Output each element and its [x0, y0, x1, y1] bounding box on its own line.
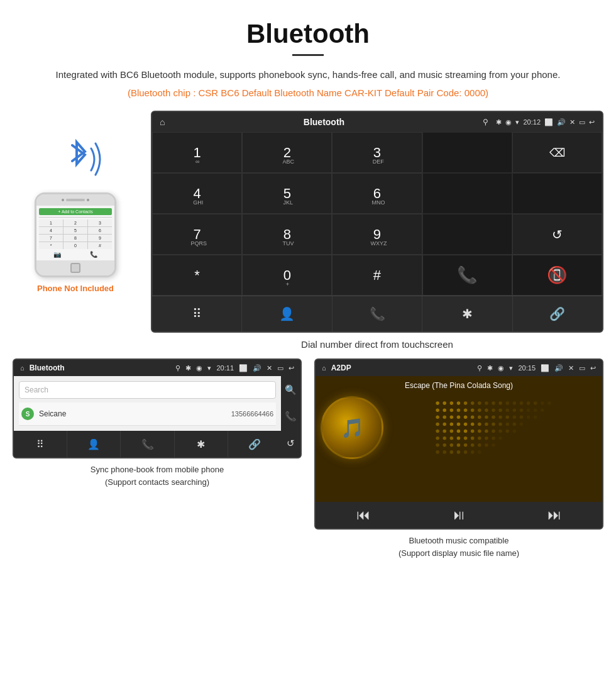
dial-key-5[interactable]: 5JKL	[242, 173, 332, 214]
svg-point-26	[498, 408, 502, 412]
toolbar-link[interactable]: 🔗	[513, 296, 602, 331]
phone-screen: + Add to Contacts 1 2 3 4 5 6 7 8 9 * 0 …	[36, 206, 114, 260]
contact-row[interactable]: S Seicane 13566664466	[19, 403, 276, 426]
dialpad-grid: 1∞ 2ABC 3DEF ⌫ 4GHI 5JKL 6MNO 7PQRS 8TUV…	[152, 132, 602, 296]
phone-call-icon: 📞	[90, 251, 97, 258]
svg-point-1	[443, 401, 446, 405]
bluetooth-waves-icon	[50, 136, 107, 183]
pb-call-icon[interactable]: 📞	[285, 411, 297, 422]
dial-key-0[interactable]: 0+	[242, 255, 332, 296]
phone-key-6: 6	[88, 227, 112, 234]
music-next[interactable]: ⏭	[507, 507, 602, 523]
svg-point-80	[485, 436, 488, 440]
dial-empty-1	[422, 132, 512, 173]
svg-point-87	[464, 443, 468, 447]
phonebook-status-bar: ⌂ Bluetooth ⚲ ✱ ◉ ▾ 20:11 ⬜ 🔊 ✕ ▭ ↩	[14, 360, 300, 376]
svg-point-59	[513, 423, 517, 426]
svg-point-74	[443, 436, 446, 440]
svg-point-16	[547, 401, 551, 405]
pb-vol-icon: 🔊	[253, 364, 261, 372]
dial-key-3[interactable]: 3DEF	[332, 132, 422, 173]
dial-key-2[interactable]: 2ABC	[242, 132, 332, 173]
svg-point-84	[443, 443, 446, 447]
toolbar-contacts[interactable]: 👤	[242, 296, 332, 331]
dial-call-green[interactable]: 📞	[422, 255, 512, 296]
dial-call-red[interactable]: 📵	[512, 255, 602, 296]
pb-search-icon[interactable]: 🔍	[285, 384, 297, 396]
phone-home-button	[70, 263, 80, 273]
dial-key-hash[interactable]: #	[332, 255, 422, 296]
dial-key-1[interactable]: 1∞	[152, 132, 242, 173]
svg-point-25	[492, 408, 495, 412]
phone-dialpad: 1 2 3 4 5 6 7 8 9 * 0 #	[39, 219, 112, 249]
music-home-icon[interactable]: ⌂	[322, 364, 326, 372]
toolbar-phone[interactable]: 📞	[333, 296, 422, 331]
svg-point-61	[436, 430, 439, 433]
svg-point-45	[520, 416, 524, 419]
toolbar-bluetooth[interactable]: ✱	[422, 296, 512, 331]
pb-close-icon: ✕	[267, 364, 272, 372]
volume-icon: 🔊	[557, 118, 566, 126]
pb-refresh-icon[interactable]: ↺	[285, 438, 297, 449]
dial-empty-2	[422, 173, 512, 214]
svg-point-12	[520, 401, 524, 405]
svg-point-44	[513, 416, 517, 419]
bottom-screens: ⌂ Bluetooth ⚲ ✱ ◉ ▾ 20:11 ⬜ 🔊 ✕ ▭ ↩	[0, 358, 616, 572]
svg-point-81	[492, 436, 495, 440]
music-screen-title: A2DP	[331, 364, 473, 372]
pb-screen-title: Bluetooth	[30, 364, 171, 372]
dial-key-9[interactable]: 9WXYZ	[332, 214, 422, 255]
svg-point-21	[464, 408, 468, 412]
pb-back-icon[interactable]: ↩	[289, 364, 294, 372]
svg-point-82	[498, 436, 502, 440]
svg-point-38	[471, 416, 475, 419]
music-prev[interactable]: ⏮	[316, 507, 411, 523]
svg-point-28	[513, 408, 517, 412]
svg-point-3	[457, 401, 461, 405]
music-caption: Bluetooth music compatible(Support displ…	[314, 535, 603, 559]
phonebook-caption: Sync phone-book from mobile phone(Suppor…	[13, 464, 302, 488]
wifi-icon: ▾	[515, 118, 519, 126]
home-icon[interactable]: ⌂	[160, 117, 165, 127]
dial-key-star[interactable]: *	[152, 255, 242, 296]
dial-refresh[interactable]: ↺	[512, 214, 602, 255]
music-back-icon[interactable]: ↩	[590, 364, 596, 372]
dial-key-8[interactable]: 8TUV	[242, 214, 332, 255]
svg-point-6	[478, 401, 481, 405]
svg-point-36	[457, 416, 461, 419]
main-screen-title: Bluetooth	[172, 117, 475, 127]
phone-section: + Add to Contacts 1 2 3 4 5 6 7 8 9 * 0 …	[13, 111, 138, 293]
phone-key-3: 3	[88, 219, 112, 226]
music-play-pause[interactable]: ⏯	[411, 507, 507, 523]
svg-point-41	[492, 416, 495, 419]
phone-mockup: + Add to Contacts 1 2 3 4 5 6 7 8 9 * 0 …	[35, 192, 116, 277]
svg-point-2	[450, 401, 454, 405]
music-wifi-icon: ▾	[509, 364, 513, 372]
pb-toolbar-contacts[interactable]: 👤	[67, 431, 121, 457]
music-usb-icon: ⚲	[477, 364, 482, 372]
search-bar[interactable]: Search	[19, 381, 276, 399]
dial-key-4[interactable]: 4GHI	[152, 173, 242, 214]
svg-point-65	[464, 430, 468, 433]
pb-toolbar-apps[interactable]: ⠿	[14, 431, 67, 457]
svg-point-17	[436, 408, 439, 412]
pb-toolbar-phone[interactable]: 📞	[121, 431, 174, 457]
pb-toolbar-bluetooth[interactable]: ✱	[175, 431, 228, 457]
dial-key-7[interactable]: 7PQRS	[152, 214, 242, 255]
svg-point-34	[443, 416, 446, 419]
svg-point-58	[505, 423, 509, 426]
svg-point-66	[471, 430, 475, 433]
phone-speaker	[62, 199, 64, 201]
dial-key-6[interactable]: 6MNO	[332, 173, 422, 214]
back-icon[interactable]: ↩	[589, 118, 595, 126]
song-title: Escape (The Pina Colada Song)	[405, 381, 513, 390]
svg-point-89	[478, 443, 481, 447]
toolbar-apps[interactable]: ⠿	[152, 296, 242, 331]
svg-point-31	[534, 408, 537, 412]
dial-backspace[interactable]: ⌫	[512, 132, 602, 173]
pb-toolbar-link[interactable]: 🔗	[228, 431, 281, 457]
pb-home-icon[interactable]: ⌂	[20, 364, 25, 372]
svg-point-24	[485, 408, 488, 412]
svg-point-14	[534, 401, 537, 405]
svg-point-9	[498, 401, 502, 405]
